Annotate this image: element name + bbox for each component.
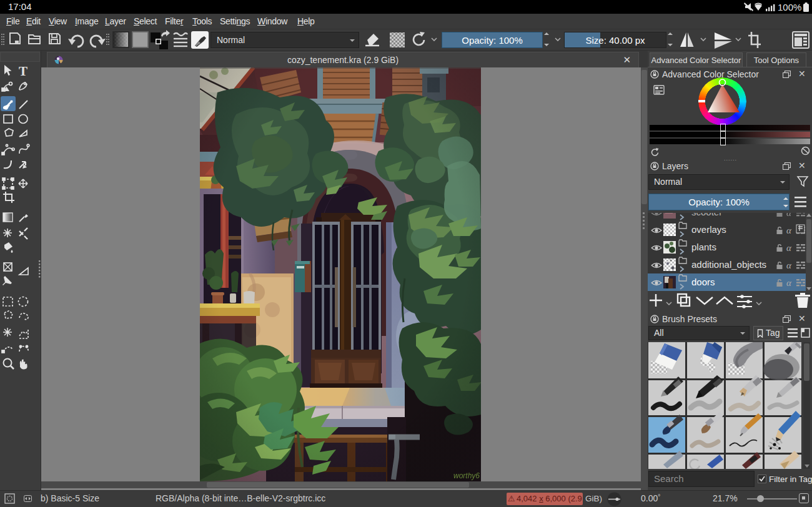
svg-text:doors: doors — [691, 277, 715, 287]
svg-text:overlays: overlays — [691, 224, 726, 235]
svg-text:plants: plants — [691, 242, 716, 252]
svg-text:additional_objects: additional_objects — [691, 259, 766, 270]
svg-text:scooter: scooter — [691, 213, 722, 217]
svg-text:T: T — [19, 64, 27, 79]
svg-text:100%: 100% — [778, 2, 801, 12]
